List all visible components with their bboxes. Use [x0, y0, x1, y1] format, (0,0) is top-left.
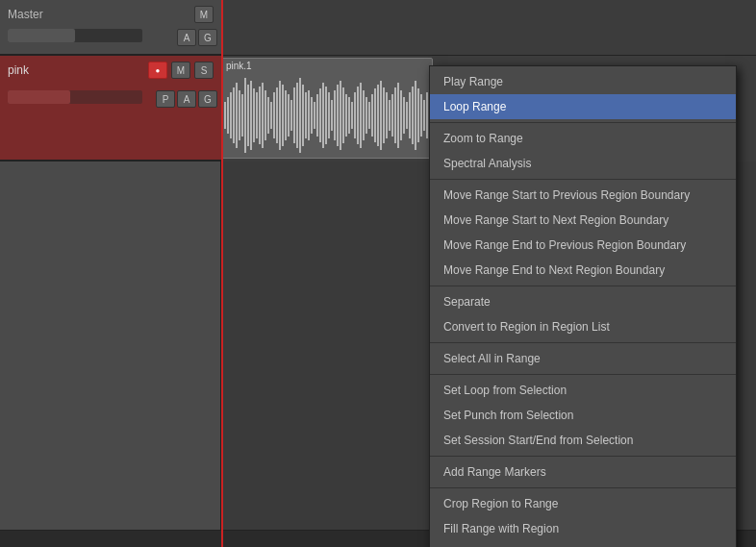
svg-rect-40: [340, 81, 341, 150]
svg-rect-59: [394, 87, 396, 143]
menu-item-spectral-analysis[interactable]: Spectral Analysis: [430, 151, 736, 176]
menu-item-loop-range[interactable]: Loop Range: [430, 94, 736, 119]
svg-rect-56: [386, 92, 388, 138]
svg-rect-65: [412, 87, 414, 144]
svg-rect-26: [299, 78, 301, 153]
svg-rect-43: [348, 97, 350, 134]
menu-separator: [430, 456, 736, 457]
menu-item-fill-range-with-region[interactable]: Fill Range with Region: [430, 516, 736, 541]
pink-g-button[interactable]: G: [198, 90, 217, 108]
svg-rect-12: [259, 87, 261, 144]
svg-rect-23: [290, 100, 292, 131]
svg-rect-34: [322, 83, 324, 148]
pink-m-button[interactable]: M: [171, 62, 190, 79]
menu-item-move-range-end-prev[interactable]: Move Range End to Previous Region Bounda…: [430, 233, 736, 258]
svg-rect-18: [276, 87, 278, 143]
menu-separator: [430, 374, 736, 375]
master-m-button[interactable]: M: [194, 6, 214, 23]
waveform-region[interactable]: pink.1: [221, 58, 433, 159]
svg-rect-62: [403, 97, 405, 134]
svg-rect-0: [224, 102, 226, 129]
menu-item-duplicate-range[interactable]: Duplicate Range: [430, 541, 736, 547]
timeline-area: [221, 0, 756, 56]
svg-rect-53: [377, 85, 379, 146]
svg-rect-39: [337, 85, 339, 146]
svg-rect-52: [374, 88, 376, 142]
master-fader[interactable]: [8, 29, 142, 42]
svg-rect-36: [328, 92, 330, 138]
svg-rect-8: [247, 85, 249, 146]
pink-s-button[interactable]: S: [194, 62, 214, 79]
svg-rect-61: [400, 90, 402, 140]
menu-item-set-punch-from-selection[interactable]: Set Punch from Selection: [430, 403, 736, 428]
svg-rect-27: [302, 85, 304, 146]
svg-rect-68: [420, 94, 422, 137]
region-label: pink.1: [226, 61, 252, 71]
svg-rect-16: [270, 102, 272, 129]
svg-rect-60: [397, 83, 399, 148]
pink-p-button[interactable]: P: [156, 90, 175, 108]
master-a-button[interactable]: A: [177, 29, 196, 46]
master-btns: A G: [177, 29, 217, 46]
svg-rect-15: [267, 97, 269, 134]
svg-rect-10: [253, 88, 255, 142]
svg-rect-17: [273, 92, 275, 138]
pink-track-label: pink: [8, 63, 144, 77]
menu-item-add-range-markers[interactable]: Add Range Markers: [430, 460, 736, 485]
svg-rect-19: [279, 81, 281, 150]
menu-item-move-range-start-next[interactable]: Move Range Start to Next Region Boundary: [430, 208, 736, 233]
svg-rect-35: [325, 87, 327, 144]
svg-rect-41: [342, 87, 344, 143]
menu-separator: [430, 487, 736, 488]
svg-rect-11: [256, 92, 258, 138]
svg-rect-37: [331, 100, 333, 131]
svg-rect-14: [265, 90, 266, 140]
master-strip: Master M A G: [0, 0, 221, 56]
svg-rect-51: [371, 94, 373, 137]
svg-rect-5: [239, 90, 240, 140]
svg-rect-55: [383, 87, 385, 143]
svg-rect-29: [308, 90, 310, 140]
pink-track: pink ● M S P A G: [0, 56, 221, 162]
menu-item-set-session-start-end[interactable]: Set Session Start/End from Selection: [430, 428, 736, 453]
svg-rect-44: [351, 102, 353, 129]
menu-item-move-range-end-next[interactable]: Move Range End to Next Region Boundary: [430, 258, 736, 283]
pink-a-button[interactable]: A: [177, 90, 196, 108]
svg-rect-9: [250, 81, 252, 150]
menu-item-separate[interactable]: Separate: [430, 289, 736, 314]
svg-rect-3: [233, 87, 235, 143]
svg-rect-38: [334, 90, 336, 140]
svg-rect-31: [314, 102, 315, 129]
svg-rect-48: [363, 90, 365, 140]
svg-rect-70: [426, 92, 428, 138]
svg-rect-4: [236, 83, 238, 148]
svg-rect-24: [293, 87, 295, 143]
pink-fader[interactable]: [8, 90, 142, 104]
menu-item-set-loop-from-selection[interactable]: Set Loop from Selection: [430, 378, 736, 403]
context-menu: Play RangeLoop RangeZoom to RangeSpectra…: [429, 65, 737, 547]
master-g-button[interactable]: G: [198, 29, 217, 46]
menu-item-crop-region-to-range[interactable]: Crop Region to Range: [430, 491, 736, 516]
menu-separator: [430, 122, 736, 123]
svg-rect-64: [409, 92, 411, 138]
waveform-svg: [222, 73, 433, 158]
menu-separator: [430, 179, 736, 180]
menu-item-play-range[interactable]: Play Range: [430, 69, 736, 94]
svg-rect-22: [288, 94, 290, 137]
pink-btns: P A G: [156, 90, 217, 108]
svg-rect-33: [319, 88, 321, 142]
menu-item-convert-to-region[interactable]: Convert to Region in Region List: [430, 314, 736, 339]
svg-rect-21: [285, 90, 287, 140]
menu-item-zoom-to-range[interactable]: Zoom to Range: [430, 126, 736, 151]
svg-rect-54: [380, 81, 382, 150]
playback-cursor: [221, 0, 223, 547]
lower-left-panel: [0, 162, 221, 547]
svg-rect-63: [406, 102, 408, 129]
svg-rect-30: [311, 97, 313, 134]
pink-record-button[interactable]: ●: [148, 62, 167, 79]
menu-item-select-all-in-range[interactable]: Select All in Range: [430, 346, 736, 371]
svg-rect-7: [244, 78, 246, 153]
menu-item-move-range-start-prev[interactable]: Move Range Start to Previous Region Boun…: [430, 183, 736, 208]
svg-rect-6: [241, 94, 243, 137]
svg-rect-46: [357, 87, 359, 144]
